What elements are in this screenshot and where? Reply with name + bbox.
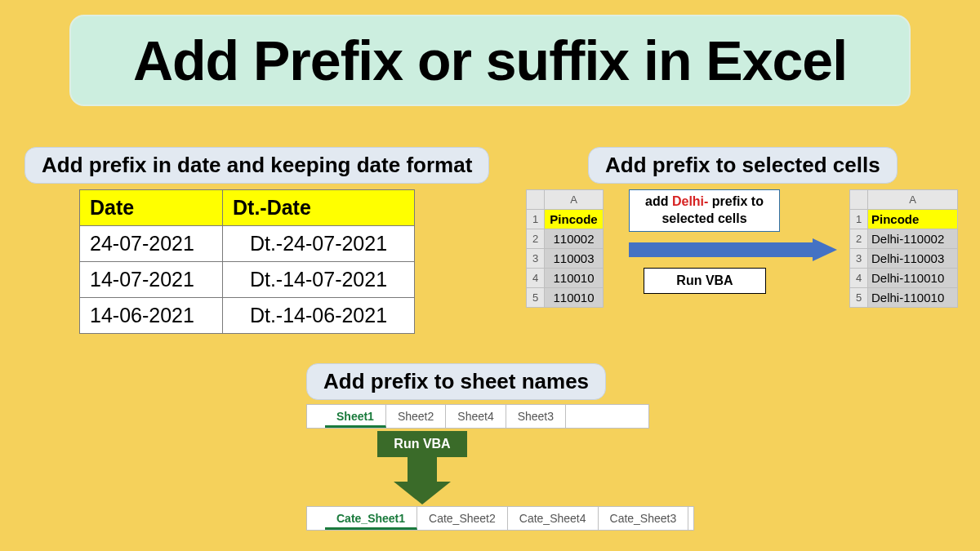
- table-row: 14-06-2021 Dt.-14-06-2021: [80, 298, 415, 334]
- row-number: 2: [850, 229, 868, 249]
- run-vba-label: Run VBA: [377, 431, 467, 457]
- cell: Delhi-110002: [868, 229, 958, 249]
- sheet-tab[interactable]: Cate_Sheet2: [417, 507, 508, 530]
- sheet-tabs-after: Cate_Sheet1Cate_Sheet2Cate_Sheet4Cate_Sh…: [306, 506, 694, 531]
- sheet-tab[interactable]: Cate_Sheet1: [325, 507, 417, 530]
- row-number: 1: [850, 210, 868, 229]
- table-row: 24-07-2021 Dt.-24-07-2021: [80, 226, 415, 262]
- pincode-before-grid: A 1Pincode 2110002 3110003 4110010 51100…: [526, 189, 604, 308]
- title-banner: Add Prefix or suffix in Excel: [69, 15, 911, 106]
- row-number: 4: [527, 269, 545, 288]
- section2-label: Add prefix to selected cells: [588, 147, 898, 184]
- cell: 24-07-2021: [80, 226, 223, 262]
- cell: Dt.-24-07-2021: [223, 226, 415, 262]
- cell: Delhi-110010: [868, 269, 958, 288]
- row-number: 4: [850, 269, 868, 288]
- pincode-after-grid: A 1Pincode 2Delhi-110002 3Delhi-110003 4…: [849, 189, 958, 308]
- sheet-tabs-before: Sheet1Sheet2Sheet4Sheet3: [306, 404, 649, 429]
- row-number: 1: [527, 210, 545, 229]
- row-number: 3: [850, 249, 868, 269]
- cell: 110003: [545, 249, 604, 269]
- tab-spacer: [307, 507, 325, 530]
- sheet-tab[interactable]: Cate_Sheet3: [599, 507, 689, 530]
- row-number: 5: [850, 288, 868, 308]
- cell: Dt.-14-06-2021: [223, 298, 415, 334]
- cell: 14-06-2021: [80, 298, 223, 334]
- date-table: Date Dt.-Date 24-07-2021 Dt.-24-07-2021 …: [79, 189, 415, 334]
- cell: 110010: [545, 269, 604, 288]
- sheet-tab[interactable]: Sheet1: [325, 405, 386, 428]
- corner-cell: [527, 190, 545, 210]
- sheet-tab[interactable]: Sheet3: [506, 405, 566, 428]
- pincode-header: Pincode: [545, 210, 604, 229]
- page-title: Add Prefix or suffix in Excel: [133, 29, 847, 92]
- sheet-tab[interactable]: Cate_Sheet4: [508, 507, 599, 530]
- date-table-header-b: Dt.-Date: [223, 190, 415, 226]
- row-number: 2: [527, 229, 545, 249]
- sheet-tab[interactable]: Sheet4: [446, 405, 506, 428]
- callout-highlight: Delhi-: [672, 194, 708, 208]
- corner-cell: [850, 190, 868, 210]
- sheet-tab[interactable]: Sheet2: [386, 405, 446, 428]
- tab-spacer: [307, 405, 325, 428]
- cell: 110002: [545, 229, 604, 249]
- row-number: 5: [527, 288, 545, 308]
- cell: Delhi-110010: [868, 288, 958, 308]
- section3-label: Add prefix to sheet names: [306, 363, 606, 400]
- run-vba-label: Run VBA: [644, 268, 766, 294]
- col-header: A: [868, 190, 958, 210]
- callout-box: add Delhi- prefix to selected cells: [629, 189, 780, 232]
- arrow-down-icon: Run VBA: [377, 431, 467, 504]
- cell: Dt.-14-07-2021: [223, 262, 415, 298]
- cell: Delhi-110003: [868, 249, 958, 269]
- row-number: 3: [527, 249, 545, 269]
- section1-label: Add prefix in date and keeping date form…: [24, 147, 489, 184]
- cell: 14-07-2021: [80, 262, 223, 298]
- pincode-header: Pincode: [868, 210, 958, 229]
- table-row: 14-07-2021 Dt.-14-07-2021: [80, 262, 415, 298]
- date-table-header-a: Date: [80, 190, 223, 226]
- col-header: A: [545, 190, 604, 210]
- cell: 110010: [545, 288, 604, 308]
- arrow-right-icon: [629, 238, 837, 261]
- callout-text: add: [645, 194, 672, 208]
